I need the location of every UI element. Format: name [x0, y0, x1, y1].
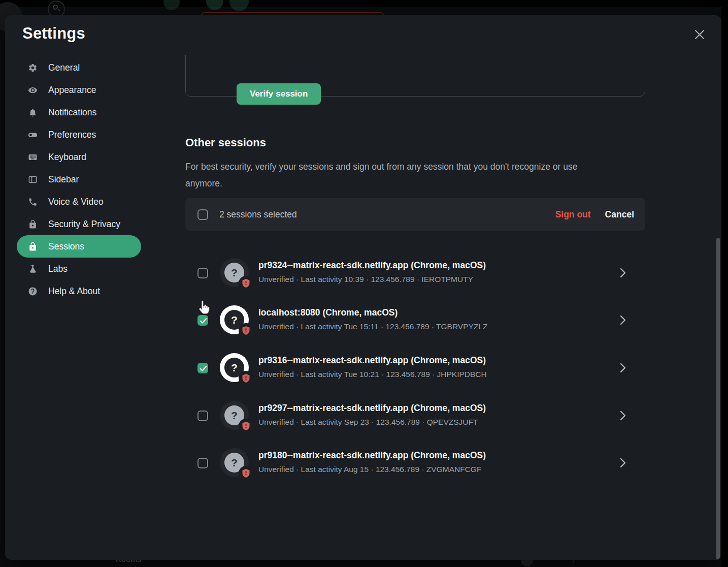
- selection-bar: 2 sessions selected Sign out Cancel: [185, 198, 645, 231]
- sidebar-item-label: Appearance: [48, 85, 96, 96]
- session-details: Unverified · Last activity Tue 15:11 · 1…: [258, 322, 487, 331]
- phone-icon: [28, 197, 38, 207]
- unverified-shield-icon: [239, 371, 253, 386]
- session-row[interactable]: ? localhost:8080 (Chrome, macOS) Unverif…: [185, 300, 645, 340]
- unverified-shield-icon: [239, 276, 253, 291]
- chevron-right-icon[interactable]: [618, 457, 627, 468]
- sidebar-item-label: General: [48, 62, 80, 73]
- sidebar-item-label: Labs: [48, 264, 68, 274]
- backdrop-right-strip: [721, 0, 728, 567]
- unverified-shield-icon: [239, 466, 253, 481]
- chevron-right-icon[interactable]: [618, 410, 627, 421]
- backdrop-avatar: [206, 0, 223, 10]
- other-sessions-description: For best security, verify your sessions …: [185, 159, 607, 192]
- sidebar-item-labs[interactable]: Labs: [17, 258, 141, 280]
- eye-icon: [28, 85, 38, 95]
- session-row[interactable]: ? pr9180--matrix-react-sdk.netlify.app (…: [185, 443, 645, 483]
- sign-out-button[interactable]: Sign out: [555, 209, 591, 220]
- select-all-checkbox[interactable]: [197, 209, 208, 220]
- sidebar-item-keyboard[interactable]: Keyboard: [17, 146, 141, 168]
- session-name: pr9297--matrix-react-sdk.netlify.app (Ch…: [258, 403, 486, 414]
- session-details: Unverified · Last activity 10:39 · 123.4…: [258, 275, 473, 284]
- sidebar-item-preferences[interactable]: Preferences: [17, 123, 141, 146]
- sidebar-item-label: Sidebar: [48, 174, 79, 185]
- session-checkbox[interactable]: [197, 363, 208, 373]
- session-row[interactable]: ? pr9316--matrix-react-sdk.netlify.app (…: [185, 348, 645, 388]
- screen: Rooms Settings General Appearance Notifi…: [0, 0, 728, 567]
- session-checkbox[interactable]: [197, 268, 208, 278]
- session-row[interactable]: ? pr9297--matrix-react-sdk.netlify.app (…: [185, 395, 645, 436]
- lock-icon: [28, 242, 38, 251]
- session-name: pr9180--matrix-react-sdk.netlify.app (Ch…: [258, 450, 486, 461]
- sidebar-item-label: Preferences: [48, 130, 96, 140]
- session-details: Unverified · Last activity Tue 10:21 · 1…: [258, 370, 487, 379]
- chevron-right-icon[interactable]: [618, 314, 627, 326]
- session-name: localhost:8080 (Chrome, macOS): [258, 307, 398, 318]
- sidebar-item-help-about[interactable]: Help & About: [17, 280, 141, 302]
- sidebar-item-label: Voice & Video: [48, 197, 104, 207]
- verify-session-button[interactable]: Verify session: [237, 83, 321, 105]
- sidebar-item-label: Notifications: [48, 107, 96, 118]
- page-title: Settings: [22, 24, 85, 43]
- unverified-shield-icon: [239, 323, 253, 338]
- session-details: Unverified · Last activity Sep 23 · 123.…: [258, 418, 478, 427]
- sessions-content: Verify session Other sessions For best s…: [185, 55, 651, 560]
- current-session-card: Verify session: [185, 55, 645, 97]
- flask-icon: [28, 264, 38, 274]
- scrollbar-thumb[interactable]: [716, 238, 720, 560]
- sidebar-item-appearance[interactable]: Appearance: [17, 79, 141, 101]
- session-checkbox[interactable]: [197, 411, 208, 421]
- sidebar-panes-icon: [28, 175, 38, 184]
- session-name: pr9316--matrix-react-sdk.netlify.app (Ch…: [258, 355, 486, 366]
- selection-count-label: 2 sessions selected: [219, 209, 297, 220]
- session-checkbox[interactable]: [197, 458, 208, 468]
- backdrop-avatar: [229, 0, 249, 11]
- session-row[interactable]: ? pr9324--matrix-react-sdk.netlify.app (…: [185, 253, 645, 293]
- help-circle-icon: [28, 287, 38, 296]
- gear-icon: [28, 63, 38, 73]
- unverified-shield-icon: [239, 419, 253, 433]
- sidebar-item-label: Security & Privacy: [48, 219, 120, 230]
- sidebar-item-voice-video[interactable]: Voice & Video: [17, 191, 141, 213]
- sidebar-item-label: Sessions: [48, 241, 84, 252]
- sidebar-item-general[interactable]: General: [17, 56, 141, 79]
- backdrop-top-strip: [0, 0, 728, 7]
- bell-icon: [28, 108, 38, 117]
- settings-dialog: Settings General Appearance Notification…: [5, 15, 721, 560]
- session-details: Unverified · Last activity Aug 15 · 123.…: [258, 465, 481, 474]
- lock-icon: [28, 219, 38, 229]
- other-sessions-heading: Other sessions: [185, 136, 266, 149]
- chevron-right-icon[interactable]: [618, 267, 627, 278]
- sidebar-item-sidebar[interactable]: Sidebar: [17, 168, 141, 191]
- cancel-button[interactable]: Cancel: [605, 209, 634, 220]
- toggle-icon: [28, 130, 38, 140]
- session-name: pr9324--matrix-react-sdk.netlify.app (Ch…: [258, 260, 486, 271]
- sidebar-item-security-privacy[interactable]: Security & Privacy: [17, 213, 141, 235]
- backdrop-avatar: [163, 0, 180, 10]
- keyboard-icon: [28, 152, 38, 162]
- sidebar-item-label: Help & About: [48, 286, 100, 297]
- search-icon: [53, 5, 58, 10]
- sidebar-item-label: Keyboard: [48, 152, 86, 163]
- close-icon[interactable]: [691, 26, 708, 43]
- session-checkbox[interactable]: [197, 315, 208, 326]
- settings-sidebar: General Appearance Notifications Prefere…: [17, 56, 141, 302]
- sidebar-item-notifications[interactable]: Notifications: [17, 101, 141, 123]
- sidebar-item-sessions[interactable]: Sessions: [17, 235, 141, 258]
- chevron-right-icon[interactable]: [618, 362, 627, 373]
